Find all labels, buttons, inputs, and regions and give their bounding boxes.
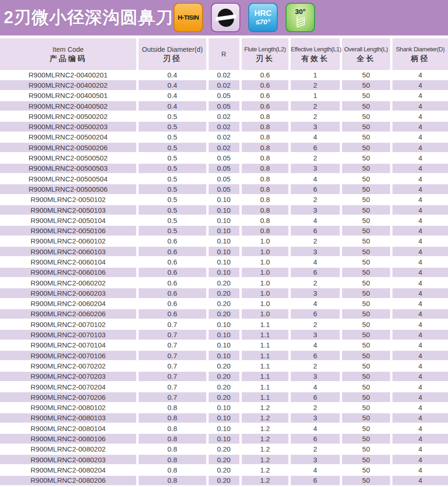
value-cell: 50 bbox=[340, 91, 390, 101]
table-row: R900MLRNC2-00601040.60.101.04504 bbox=[0, 257, 448, 267]
item-code-cell: R900MLRNC2-00500206 bbox=[0, 143, 136, 153]
col-effective-length: Effective Length(L1) 有效长 bbox=[288, 38, 339, 70]
value-cell: 0.10 bbox=[206, 237, 239, 247]
value-cell: 4 bbox=[390, 205, 448, 216]
value-cell: 1.0 bbox=[239, 257, 289, 267]
value-cell: 0.6 bbox=[136, 278, 206, 288]
value-cell: 4 bbox=[390, 226, 448, 236]
value-cell: 4 bbox=[390, 111, 448, 122]
value-cell: 0.8 bbox=[239, 143, 289, 153]
value-cell: 1.1 bbox=[239, 341, 289, 351]
value-cell: 0.10 bbox=[206, 247, 239, 257]
value-cell: 1.1 bbox=[239, 372, 289, 382]
table-row: R900MLRNC2-00501060.50.100.86504 bbox=[0, 226, 448, 236]
item-code-cell: R900MLRNC2-0080106 bbox=[0, 434, 136, 444]
value-cell: 4 bbox=[390, 153, 448, 163]
value-cell: 0.05 bbox=[206, 153, 239, 163]
table-row: R900MLRNC2-00602060.60.201.06504 bbox=[0, 309, 448, 320]
value-cell: 50 bbox=[340, 164, 390, 174]
table-row: R900MLRNC2-00701060.70.101.16504 bbox=[0, 351, 448, 361]
value-cell: 50 bbox=[340, 465, 390, 475]
value-cell: 4 bbox=[390, 122, 448, 132]
col-item-code-zh: 产品编码 bbox=[0, 54, 136, 63]
table-row: R900MLRNC2-00702020.70.201.12504 bbox=[0, 361, 448, 371]
table-row: R900MLRNC2-005005030.50.050.83504 bbox=[0, 164, 448, 174]
feature-badges: H-TISIN HRC ≤70° 30° bbox=[174, 3, 315, 32]
value-cell: 0.05 bbox=[206, 91, 239, 101]
item-code-cell: R900MLRNC2-0080202 bbox=[0, 445, 136, 455]
value-cell: 4 bbox=[390, 424, 448, 434]
value-cell: 0.8 bbox=[239, 122, 289, 132]
value-cell: 0.8 bbox=[239, 216, 289, 226]
value-cell: 1.2 bbox=[239, 413, 289, 424]
value-cell: 2 bbox=[288, 111, 339, 122]
value-cell: 50 bbox=[340, 101, 390, 111]
value-cell: 3 bbox=[288, 330, 339, 340]
value-cell: 0.5 bbox=[136, 226, 206, 236]
h-tisin-coating-badge: H-TISIN bbox=[174, 3, 203, 32]
helix-angle-label: 30° bbox=[295, 8, 306, 15]
item-code-cell: R900MLRNC2-00500506 bbox=[0, 184, 136, 195]
table-row: R900MLRNC2-005002020.50.020.82504 bbox=[0, 111, 448, 122]
col-r: R bbox=[206, 38, 239, 70]
value-cell: 4 bbox=[390, 184, 448, 195]
value-cell: 4 bbox=[390, 465, 448, 475]
col-overall-length: Overall Length(L) 全长 bbox=[340, 38, 390, 70]
col-overall-length-en: Overall Length(L) bbox=[342, 45, 390, 54]
value-cell: 4 bbox=[390, 351, 448, 361]
value-cell: 0.7 bbox=[136, 382, 206, 392]
value-cell: 50 bbox=[340, 257, 390, 267]
value-cell: 1.1 bbox=[239, 392, 289, 403]
table-row: R900MLRNC2-00802060.80.201.26504 bbox=[0, 476, 448, 486]
value-cell: 6 bbox=[288, 351, 339, 361]
value-cell: 50 bbox=[340, 392, 390, 403]
col-overall-length-zh: 全长 bbox=[342, 54, 390, 63]
item-code-cell: R900MLRNC2-0060106 bbox=[0, 268, 136, 278]
value-cell: 2 bbox=[288, 278, 339, 288]
value-cell: 50 bbox=[340, 309, 390, 320]
value-cell: 1.2 bbox=[239, 445, 289, 455]
table-row: R900MLRNC2-00602040.60.201.04504 bbox=[0, 299, 448, 309]
value-cell: 4 bbox=[390, 174, 448, 184]
value-cell: 2 bbox=[288, 101, 339, 111]
table-row: R900MLRNC2-005002060.50.020.86504 bbox=[0, 143, 448, 153]
value-cell: 1.2 bbox=[239, 434, 289, 444]
item-code-cell: R900MLRNC2-0060103 bbox=[0, 247, 136, 257]
value-cell: 0.4 bbox=[136, 80, 206, 90]
value-cell: 50 bbox=[340, 205, 390, 216]
value-cell: 4 bbox=[390, 288, 448, 299]
value-cell: 1.2 bbox=[239, 403, 289, 413]
value-cell: 50 bbox=[340, 226, 390, 236]
table-row: R900MLRNC2-00701030.70.101.13504 bbox=[0, 330, 448, 340]
value-cell: 50 bbox=[340, 424, 390, 434]
value-cell: 0.20 bbox=[206, 392, 239, 403]
value-cell: 4 bbox=[390, 341, 448, 351]
value-cell: 50 bbox=[340, 351, 390, 361]
value-cell: 0.8 bbox=[136, 445, 206, 455]
value-cell: 0.05 bbox=[206, 164, 239, 174]
item-code-cell: R900MLRNC2-0050106 bbox=[0, 226, 136, 236]
page-title: 2刃微小径深沟圆鼻刀 bbox=[4, 6, 174, 29]
ball-nose-cutter-badge bbox=[211, 3, 240, 32]
item-code-cell: R900MLRNC2-00500504 bbox=[0, 174, 136, 184]
value-cell: 0.05 bbox=[206, 101, 239, 111]
value-cell: 6 bbox=[288, 309, 339, 320]
value-cell: 0.02 bbox=[206, 143, 239, 153]
value-cell: 50 bbox=[340, 330, 390, 340]
table-header: Item Code 产品编码 Outside Diameter(d) 刃径 R … bbox=[0, 38, 448, 70]
table-row: R900MLRNC2-00501020.50.100.82504 bbox=[0, 195, 448, 205]
value-cell: 1.2 bbox=[239, 455, 289, 465]
value-cell: 1.0 bbox=[239, 247, 289, 257]
value-cell: 0.6 bbox=[136, 268, 206, 278]
table-row: R900MLRNC2-004005010.40.050.61504 bbox=[0, 91, 448, 101]
item-code-cell: R900MLRNC2-0050104 bbox=[0, 216, 136, 226]
value-cell: 4 bbox=[390, 476, 448, 486]
value-cell: 2 bbox=[288, 195, 339, 205]
value-cell: 0.8 bbox=[239, 226, 289, 236]
value-cell: 50 bbox=[340, 111, 390, 122]
value-cell: 50 bbox=[340, 361, 390, 371]
item-code-cell: R900MLRNC2-0060206 bbox=[0, 309, 136, 320]
value-cell: 0.10 bbox=[206, 320, 239, 330]
table-row: R900MLRNC2-00602020.60.201.02504 bbox=[0, 278, 448, 288]
item-code-cell: R900MLRNC2-0070103 bbox=[0, 330, 136, 340]
